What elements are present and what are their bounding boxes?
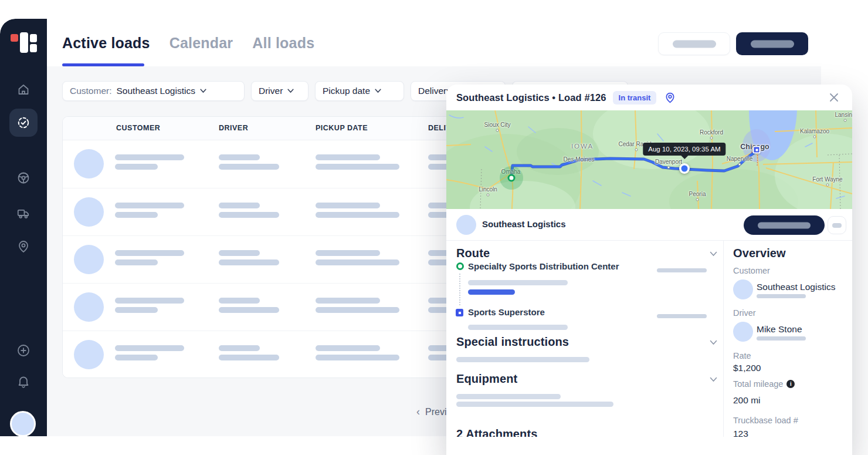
load-detail-panel: Southeast Logistics • Load #126 In trans… [446,85,852,455]
position-tooltip: Aug 10, 2023, 09:35 AM [643,143,725,156]
truckbase-logo[interactable] [0,31,47,56]
steering-wheel-icon[interactable] [16,171,30,185]
skeleton-bar-progress [468,289,515,295]
info-icon[interactable] [786,380,795,388]
destination-marker [753,146,761,154]
overview-driver-value: Mike Stone [757,324,802,335]
map-city-label: Lincoln [479,186,497,193]
customer-avatar [456,215,476,235]
skeleton-bar [456,402,613,407]
customer-name: Southeast Logistics [482,219,566,229]
row-avatar [74,340,104,369]
filter-label: Customer: [70,86,112,96]
bell-icon[interactable] [16,375,30,389]
skeleton-bar [468,280,568,285]
skeleton-bar [115,164,158,170]
tab-all-loads[interactable]: All loads [252,35,314,52]
overview-driver-label: Driver [733,308,756,318]
map-city-label: Fort Wayne [812,176,842,183]
map-city-label: Sioux City [484,122,510,128]
skeleton-bar [115,154,184,160]
panel-bottom-clip [446,437,852,455]
overview-mileage-label: Total mileage [733,379,795,389]
map-city-label: Davenport [655,159,682,165]
add-icon[interactable] [16,343,30,358]
map-city-dot [635,149,638,151]
panel-column-divider [723,241,724,437]
user-avatar[interactable] [10,411,36,436]
dropoff-stop-icon [456,309,463,316]
skeleton-bar [219,154,260,160]
skeleton-bar [758,222,811,228]
pickup-stop-name: Specialty Sports Distribution Center [468,261,619,271]
collapse-route-icon[interactable] [710,251,717,257]
map-city-label: Des Moines [564,156,595,163]
panel-customer-bar: Southeast Logistics [446,209,852,241]
map-city-label: Rockford [700,129,723,136]
pickup-stop-icon [456,262,464,270]
skeleton-bar [316,345,380,351]
chevron-down-icon [375,89,381,93]
route-heading: Route [456,247,490,260]
close-icon[interactable] [829,92,839,103]
track-location-icon[interactable] [664,92,676,104]
route-map[interactable]: Sioux CityIOWACedar RapidsDes MoinesOmah… [446,110,852,209]
skeleton-bar [316,307,399,313]
overview-customer-label: Customer [733,266,770,275]
tab-calendar[interactable]: Calendar [169,35,233,52]
skeleton-bar [316,298,380,304]
skeleton-bar [115,298,184,304]
tab-active-loads[interactable]: Active loads [62,35,150,52]
filter-value: Pickup date [323,86,370,96]
map-city-label: Kalamazoo [800,128,829,134]
filter-driver[interactable]: Driver [251,81,308,101]
overview-rate-label: Rate [733,351,751,360]
skeleton-bar [219,164,279,170]
primary-action-button[interactable] [736,32,808,55]
active-loads-icon[interactable] [16,116,30,130]
panel-more-button[interactable] [828,216,846,234]
skeleton-bar [316,212,399,218]
skeleton-bar [115,355,158,360]
skeleton-bar [757,336,806,341]
map-city-dot [826,184,829,187]
collapse-instructions-icon[interactable] [710,340,717,345]
status-badge: In transit [613,91,657,105]
map-city-dot [487,194,490,197]
chevron-down-icon [200,89,206,93]
skeleton-bar [115,259,158,265]
current-position-marker [679,163,690,174]
skeleton-bar [316,259,399,265]
map-city-label: Naperville [727,156,752,162]
row-avatar [74,197,104,227]
skeleton-bar [115,203,184,208]
skeleton-bar [316,164,399,170]
secondary-action-button[interactable] [658,32,730,55]
map-city-dot [738,163,741,166]
filter-southeast-logistics[interactable]: Customer:Southeast Logistics [62,81,245,101]
panel-primary-button[interactable] [744,215,825,235]
skeleton-bar [657,268,707,272]
overview-heading: Overview [733,247,786,260]
skeleton-bar [115,307,158,313]
skeleton-bar [219,250,260,256]
overview-rate-value: $1,200 [733,363,761,373]
home-icon[interactable] [16,82,30,96]
skeleton-bar [468,325,568,330]
skeleton-bar [456,394,561,399]
panel-title: Southeast Logistics • Load #126 [456,92,606,103]
filter-pickup-date[interactable]: Pickup date [315,81,404,101]
truck-icon[interactable] [16,206,30,220]
page: Active loads Calendar All loads Customer… [0,0,868,455]
route-connector [459,274,460,305]
driver-avatar [733,322,753,342]
location-pin-icon[interactable] [16,240,30,254]
skeleton-bar [219,355,279,360]
collapse-equipment-icon[interactable] [710,377,717,382]
map-city-label: Peoria [689,191,706,197]
tab-bar: Active loads Calendar All loads [62,32,314,54]
origin-marker [508,174,516,182]
skeleton-bar [832,223,842,228]
row-avatar [74,149,104,178]
chevron-left-icon: ‹ [416,406,420,418]
